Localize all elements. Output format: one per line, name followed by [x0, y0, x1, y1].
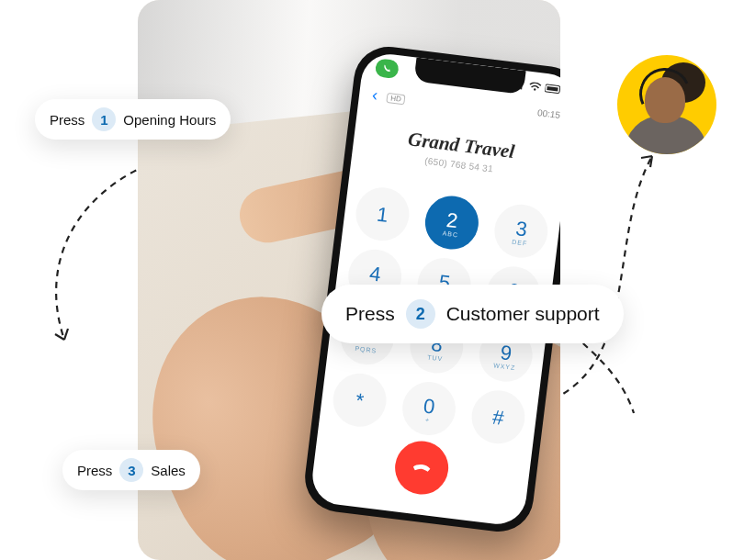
phone-notch	[413, 58, 525, 95]
dialpad-key-0[interactable]: 0+	[400, 379, 459, 439]
press-label: Press	[50, 112, 85, 128]
call-timer: 00:15	[537, 107, 560, 120]
key-number: 0	[423, 394, 436, 419]
option-label: Customer support	[446, 303, 600, 325]
key-letters: +	[425, 416, 431, 423]
hd-badge: HD	[387, 93, 406, 105]
svg-point-4	[534, 88, 536, 91]
ivr-option-2[interactable]: Press 2 Customer support	[321, 285, 624, 343]
press-label: Press	[77, 463, 112, 478]
hangup-button[interactable]	[392, 438, 452, 498]
hero-photo: ‹ HD 00:15 Grand Travel (650) 768 54 31 …	[138, 0, 560, 560]
dialpad-key-*[interactable]: *	[330, 370, 389, 430]
dialpad-key-#[interactable]: #	[468, 387, 528, 447]
battery-icon	[545, 84, 560, 95]
key-letters: TUV	[427, 353, 444, 362]
arrow-decoration-left	[0, 156, 156, 358]
key-letters: ABC	[442, 230, 458, 238]
key-number: #	[491, 406, 505, 431]
call-header: ‹ HD 00:15 Grand Travel (650) 768 54 31	[352, 84, 560, 183]
call-status-pill	[375, 58, 400, 79]
back-button[interactable]: ‹	[371, 85, 378, 105]
digit-badge: 1	[92, 107, 116, 131]
option-label: Opening Hours	[123, 112, 216, 128]
key-letters: DEF	[512, 238, 528, 246]
hangup-icon	[408, 454, 436, 482]
phone-icon	[382, 64, 391, 73]
key-number: 1	[376, 203, 389, 228]
svg-rect-6	[547, 86, 558, 91]
key-number: *	[355, 388, 366, 413]
key-letters: PQRS	[355, 344, 378, 353]
support-agent-avatar	[617, 55, 716, 154]
dialpad-key-2[interactable]: 2ABC	[423, 193, 482, 252]
ivr-option-3[interactable]: Press 3 Sales	[62, 450, 200, 490]
digit-badge: 3	[119, 458, 143, 482]
dialpad-key-3[interactable]: 3DEF	[491, 201, 551, 261]
digit-badge: 2	[406, 299, 435, 329]
option-label: Sales	[151, 463, 186, 478]
key-letters: WXYZ	[493, 362, 516, 371]
ivr-option-1[interactable]: Press 1 Opening Hours	[35, 99, 231, 140]
wifi-icon	[528, 82, 542, 93]
dialpad-key-1[interactable]: 1	[353, 185, 412, 244]
press-label: Press	[345, 303, 395, 325]
